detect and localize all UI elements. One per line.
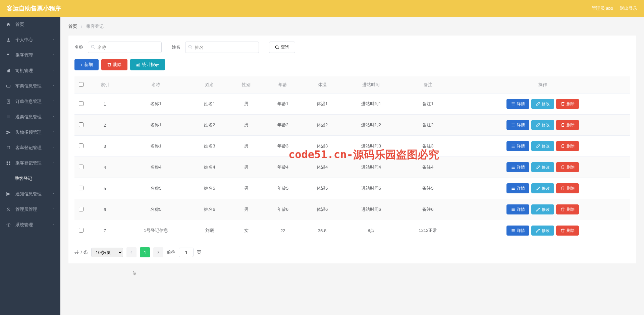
sidebar-item-user[interactable]: 个人中心 ˅ — [0, 32, 60, 48]
sidebar-subitem[interactable]: 乘客登记 — [0, 171, 60, 186]
sidebar-item-gear[interactable]: 系统管理 ˅ — [0, 217, 60, 233]
cell-age: 年龄1 — [263, 93, 303, 115]
plus-icon: + — [80, 62, 83, 67]
grid-icon — [6, 161, 12, 166]
page-size-select[interactable]: 10条/页 — [91, 248, 123, 257]
edit-icon — [536, 123, 540, 127]
row-checkbox[interactable] — [79, 165, 84, 169]
app-title: 客运自助售票小程序 — [7, 4, 61, 12]
svg-rect-4 — [7, 85, 10, 87]
query-button[interactable]: 查询 — [269, 42, 295, 53]
sidebar-item-label: 乘客管理 — [15, 52, 53, 58]
row-delete-button[interactable]: 删除 — [556, 99, 579, 109]
sidebar-item-ticket[interactable]: 车票信息管理 ˅ — [0, 78, 60, 94]
sidebar-item-order[interactable]: 订单信息管理 ˅ — [0, 94, 60, 109]
detail-button[interactable]: 详情 — [506, 183, 529, 193]
select-all-checkbox[interactable] — [79, 82, 84, 87]
detail-button[interactable]: 详情 — [506, 141, 529, 151]
cell-note: 备注4 — [400, 157, 456, 178]
row-checkbox[interactable] — [79, 228, 84, 233]
row-delete-button[interactable]: 删除 — [556, 120, 579, 130]
next-page-button[interactable] — [153, 247, 163, 257]
row-delete-button[interactable]: 删除 — [556, 226, 579, 236]
sidebar-item-flag[interactable]: 乘客管理 ˅ — [0, 48, 60, 63]
edit-button[interactable]: 修改 — [531, 162, 554, 172]
main-content: 首页 / 乘客登记 名称 姓名 — [60, 17, 644, 315]
detail-button[interactable]: 详情 — [506, 99, 529, 109]
sidebar-item-bus[interactable]: 客车登记管理 ˅ — [0, 140, 60, 155]
cell-index: 7 — [88, 220, 122, 241]
search-person-input[interactable] — [185, 42, 259, 53]
add-button[interactable]: + 新增 — [74, 59, 99, 70]
admin-name[interactable]: 管理员 abo — [592, 5, 613, 11]
sidebar-item-label: 退票信息管理 — [15, 114, 53, 120]
chevron-down-icon: ˅ — [53, 115, 54, 119]
sidebar-item-label: 车票信息管理 — [15, 83, 53, 89]
search-name-input[interactable] — [88, 42, 162, 53]
row-checkbox[interactable] — [79, 186, 84, 190]
list-icon — [511, 165, 516, 170]
trash-icon — [560, 102, 565, 106]
list-icon — [511, 102, 516, 106]
order-icon — [6, 99, 12, 104]
table-header: 姓名 — [190, 76, 229, 93]
row-checkbox[interactable] — [79, 101, 84, 106]
cell-temp: 体温6 — [303, 199, 342, 220]
row-checkbox[interactable] — [79, 207, 84, 211]
chevron-up-icon: ˄ — [53, 162, 54, 165]
sidebar-item-lost[interactable]: 失物招领管理 ˅ — [0, 125, 60, 140]
edit-button[interactable]: 修改 — [531, 226, 554, 236]
cell-temp: 体温1 — [303, 93, 342, 115]
goto-page-input[interactable] — [179, 248, 194, 257]
table-row: 1 名称1 姓名1 男 年龄1 体温1 进站时间1 备注1 详情 修改 删除 — [74, 93, 630, 115]
svg-rect-26 — [139, 63, 140, 66]
row-checkbox[interactable] — [79, 122, 84, 127]
sidebar-item-bar[interactable]: 司机管理 ˅ — [0, 63, 60, 78]
svg-point-22 — [275, 46, 278, 48]
detail-button[interactable]: 详情 — [506, 120, 529, 130]
edit-button[interactable]: 修改 — [531, 141, 554, 151]
cell-temp: 体温3 — [303, 136, 342, 157]
edit-button[interactable]: 修改 — [531, 183, 554, 193]
row-delete-button[interactable]: 删除 — [556, 141, 579, 151]
cell-age: 22 — [263, 220, 303, 241]
cell-temp: 体温2 — [303, 115, 342, 136]
detail-button[interactable]: 详情 — [506, 204, 529, 214]
row-delete-button[interactable]: 删除 — [556, 183, 579, 193]
sidebar-item-home[interactable]: 首页 — [0, 17, 60, 32]
prev-page-button[interactable] — [126, 247, 137, 257]
svg-rect-24 — [137, 65, 137, 66]
sidebar-item-admin[interactable]: 管理员管理 ˅ — [0, 202, 60, 217]
chevron-down-icon: ˅ — [53, 208, 54, 211]
chevron-down-icon: ˅ — [53, 38, 54, 42]
stats-button[interactable]: 统计报表 — [130, 59, 165, 70]
chevron-down-icon: ˅ — [53, 131, 54, 134]
chevron-down-icon: ˅ — [53, 146, 54, 150]
edit-icon — [536, 102, 540, 106]
sidebar-item-refund[interactable]: 退票信息管理 ˅ — [0, 109, 60, 125]
sidebar-item-send[interactable]: 通知信息管理 ˅ — [0, 186, 60, 202]
svg-rect-2 — [8, 70, 9, 72]
logout-link[interactable]: 退出登录 — [620, 5, 637, 11]
row-delete-button[interactable]: 删除 — [556, 204, 579, 214]
delete-button[interactable]: 删除 — [101, 59, 127, 70]
page-number-button[interactable]: 1 — [140, 247, 150, 257]
sidebar-item-grid[interactable]: 乘客登记管理 ˄ — [0, 155, 60, 171]
admin-icon — [6, 207, 12, 212]
edit-icon — [536, 165, 540, 170]
row-checkbox[interactable] — [79, 143, 84, 148]
edit-button[interactable]: 修改 — [531, 99, 554, 109]
cell-age: 年龄2 — [263, 115, 303, 136]
table-row: 7 1号登记信息 刘曦 女 22 35.8 8点 1212正常 详情 修改 删除 — [74, 220, 630, 241]
breadcrumb-home[interactable]: 首页 — [68, 24, 77, 29]
edit-button[interactable]: 修改 — [531, 204, 554, 214]
detail-button[interactable]: 详情 — [506, 162, 529, 172]
goto-prefix: 前往 — [167, 249, 175, 255]
table-row: 5 名称5 姓名5 男 年龄5 体温5 进站时间5 备注5 详情 修改 删除 — [74, 178, 630, 199]
row-delete-button[interactable]: 删除 — [556, 162, 579, 172]
edit-button[interactable]: 修改 — [531, 120, 554, 130]
cell-age: 年龄6 — [263, 199, 303, 220]
svg-rect-14 — [7, 164, 8, 165]
detail-button[interactable]: 详情 — [506, 226, 529, 236]
data-table: 索引名称姓名性别年龄体温进站时间备注操作 1 名称1 姓名1 男 年龄1 体温1… — [74, 76, 630, 241]
